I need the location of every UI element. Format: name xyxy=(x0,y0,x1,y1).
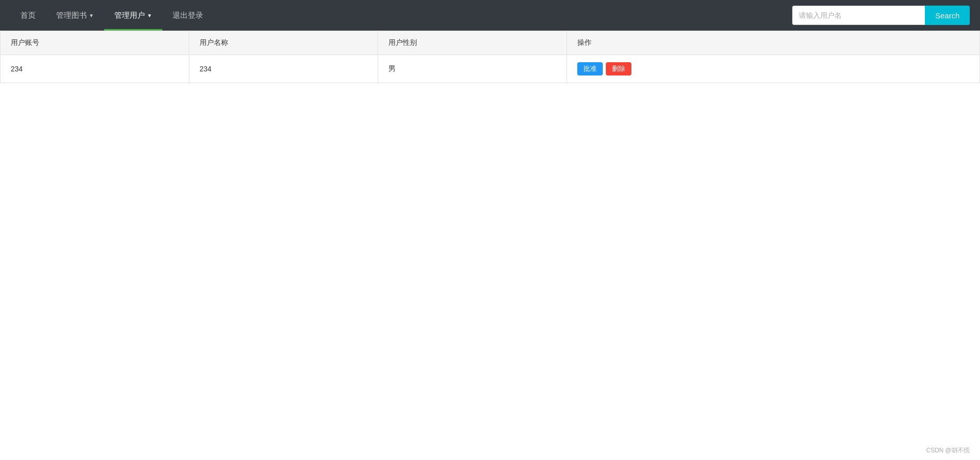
users-table: 用户账号 用户名称 用户性别 操作 234234男批准删除 xyxy=(0,31,980,83)
nav-label-home: 首页 xyxy=(20,11,36,20)
nav-item-logout[interactable]: 退出登录 xyxy=(162,0,213,31)
chevron-down-icon: ▼ xyxy=(89,13,94,18)
col-header-name: 用户名称 xyxy=(189,31,378,55)
search-button[interactable]: Search xyxy=(925,6,970,25)
table-row: 234234男批准删除 xyxy=(1,55,980,83)
col-header-gender: 用户性别 xyxy=(378,31,567,55)
nav-label-logout: 退出登录 xyxy=(173,11,203,20)
approve-button[interactable]: 批准 xyxy=(577,62,603,75)
action-buttons: 批准删除 xyxy=(577,62,969,75)
cell-gender: 男 xyxy=(378,55,567,83)
nav-item-users[interactable]: 管理用户 ▼ xyxy=(104,0,162,31)
cell-name: 234 xyxy=(189,55,378,83)
nav-item-home[interactable]: 首页 xyxy=(10,0,46,31)
col-header-action: 操作 xyxy=(567,31,980,55)
delete-button[interactable]: 删除 xyxy=(606,62,631,75)
nav-label-books: 管理图书 xyxy=(56,11,87,20)
nav-item-books[interactable]: 管理图书 ▼ xyxy=(46,0,104,31)
cell-action: 批准删除 xyxy=(567,55,980,83)
footer-text: CSDN @胡不慌 xyxy=(926,447,970,454)
nav-label-users: 管理用户 xyxy=(114,11,145,20)
table-header-row: 用户账号 用户名称 用户性别 操作 xyxy=(1,31,980,55)
cell-account: 234 xyxy=(1,55,189,83)
content-area: 用户账号 用户名称 用户性别 操作 234234男批准删除 xyxy=(0,31,980,83)
footer: CSDN @胡不慌 xyxy=(926,446,970,455)
chevron-down-icon: ▼ xyxy=(147,13,152,18)
navbar: 首页 管理图书 ▼ 管理用户 ▼ 退出登录 Search xyxy=(0,0,980,31)
nav-items: 首页 管理图书 ▼ 管理用户 ▼ 退出登录 xyxy=(10,0,213,31)
col-header-account: 用户账号 xyxy=(1,31,189,55)
search-input[interactable] xyxy=(792,6,925,25)
search-bar: Search xyxy=(792,6,970,25)
